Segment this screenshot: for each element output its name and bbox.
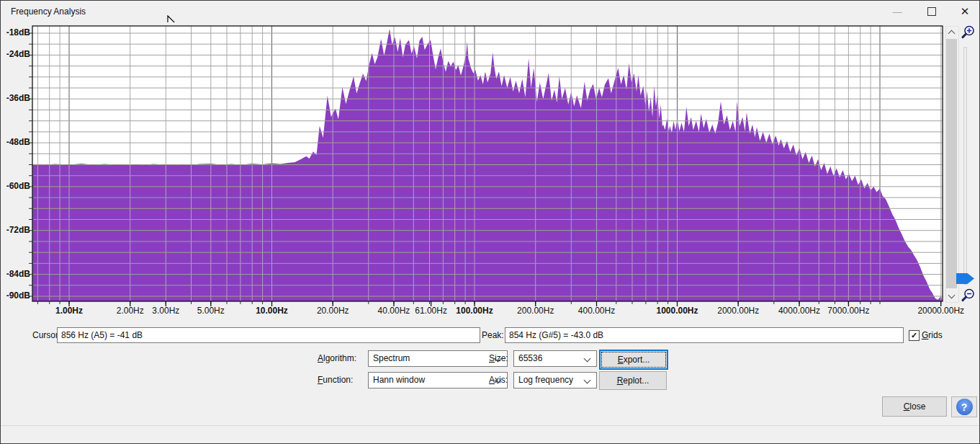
y-axis-tick-label: -60dB [1,181,30,191]
axis-label: Axis: [489,372,508,388]
x-axis-tick-label: 2000.00Hz [706,306,770,316]
algorithm-value: Spectrum [373,353,410,363]
db-range-slider-handle[interactable] [956,273,974,284]
algorithm-label: Algorithm: [318,350,356,367]
close-window-button[interactable]: ✕ [953,1,977,22]
scrollbar-thumb[interactable] [946,39,957,288]
chevron-down-icon [584,355,591,363]
peak-label: Peak: [482,327,504,343]
maximize-icon [927,7,936,16]
y-axis-tick-label: -90dB [1,290,30,301]
y-axis-tick-label: -48dB [1,137,30,147]
chevron-down-icon [584,377,591,384]
scroll-up-button[interactable] [946,27,957,38]
x-axis-tick-label: 1.00Hz [37,306,102,316]
x-axis-tick-label: 1000.00Hz [645,306,710,316]
axis-value: Log frequency [518,375,573,385]
x-axis-tick-label: 200.00Hz [503,306,568,316]
algorithm-select[interactable]: Spectrum [368,350,508,367]
frequency-analysis-dialog: Frequency Analysis — ✕ -18dB-24dB-36dB-4… [0,0,980,444]
x-axis-tick-label: 10.00Hz [240,306,305,316]
window-title: Frequency Analysis [11,1,86,22]
zoom-out-button[interactable] [960,288,977,305]
maximize-button[interactable] [920,1,944,22]
zoom-in-button[interactable] [960,25,977,42]
y-axis-tick-label: -72dB [1,225,30,235]
axis-select[interactable]: Log frequency [513,372,597,388]
function-select[interactable]: Hann window [368,372,508,388]
y-axis-tick-label: -84dB [1,269,30,279]
y-axis-tick-label: -36dB [1,93,30,103]
x-axis-tick-label: 5.00Hz [179,306,243,316]
grids-label[interactable]: Grids [922,327,943,343]
function-label: Function: [318,372,353,388]
spectrum-svg[interactable] [28,22,947,311]
replot-button[interactable]: Replot... [599,371,667,390]
size-select[interactable]: 65536 [513,350,597,367]
status-bar [1,426,979,443]
peak-value-field[interactable]: 854 Hz (G#5) = -43.0 dB [505,327,904,343]
minimize-button: — [885,1,909,22]
y-axis-tick-label: -18dB [1,27,30,37]
cursor-value-field[interactable]: 856 Hz (A5) = -41 dB [57,327,480,343]
db-range-slider[interactable] [963,47,967,285]
frequency-plot[interactable] [28,22,947,311]
x-axis-tick-label: 100.00Hz [442,306,507,316]
scroll-down-button[interactable] [946,290,957,302]
close-button[interactable]: Close [882,396,947,417]
function-value: Hann window [373,375,425,385]
vertical-scrollbar[interactable] [945,26,959,303]
x-axis-tick-label: 20.00Hz [300,306,365,316]
y-axis-tick-label: -24dB [1,49,30,59]
check-icon: ✓ [911,331,917,340]
chevron-down-icon [948,292,956,299]
x-axis-tick-label: 400.00Hz [564,306,629,316]
size-value: 65536 [518,353,542,363]
x-axis-tick-label: 7000.00Hz [816,306,881,316]
question-icon: ? [956,399,973,415]
help-button[interactable]: ? [951,396,977,417]
chevron-up-icon [948,30,956,37]
export-button[interactable]: Export... [599,350,668,370]
x-axis-tick-label: 20000.00Hz [909,306,974,316]
title-bar[interactable]: Frequency Analysis — ✕ [1,1,979,22]
grids-checkbox[interactable]: ✓ [909,330,920,341]
size-label: Size: [489,350,508,367]
